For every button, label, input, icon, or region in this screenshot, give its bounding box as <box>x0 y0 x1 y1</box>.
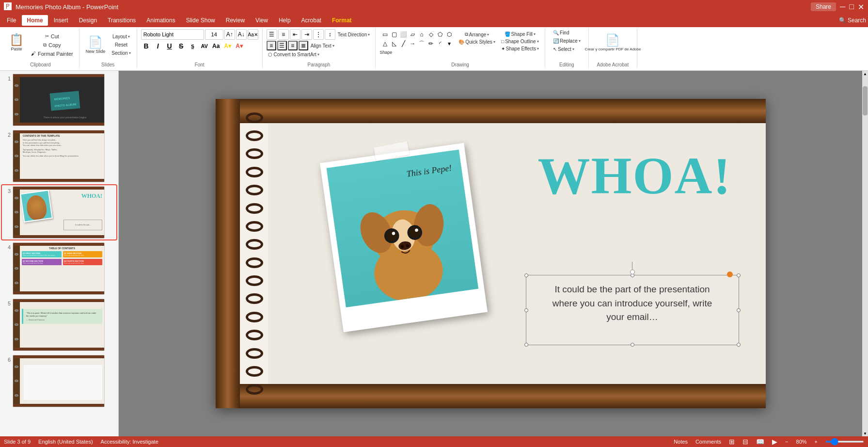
handle-mr[interactable] <box>737 308 741 312</box>
slide-sorter-button[interactable]: ⊟ <box>742 438 748 446</box>
shape-hexagon[interactable]: ⬡ <box>445 30 454 39</box>
bold-button[interactable]: B <box>141 41 152 51</box>
shape-rounded-rect[interactable]: ▢ <box>390 30 398 39</box>
shape-rtriangle[interactable]: ◺ <box>390 39 398 48</box>
font-color-button[interactable]: A▾ <box>234 41 245 51</box>
handle-tl[interactable] <box>524 273 528 277</box>
menu-home[interactable]: Home <box>22 15 47 26</box>
handle-tr[interactable] <box>737 273 741 277</box>
menu-design[interactable]: Design <box>74 15 102 26</box>
shape-freeform[interactable]: ✏ <box>426 39 435 48</box>
zoom-slider[interactable] <box>825 441 864 443</box>
reading-view-button[interactable]: 📖 <box>756 438 764 446</box>
polaroid-photo[interactable]: This is Pepe! <box>319 143 487 332</box>
shape-arrow[interactable]: → <box>408 39 417 48</box>
replace-button[interactable]: 🔄 Replace▾ <box>551 37 583 45</box>
shape-effects-button[interactable]: ✦ Shape Effects▾ <box>499 46 541 52</box>
clear-formatting-button[interactable]: Aa✕ <box>248 29 258 40</box>
increase-indent-button[interactable]: ⇥ <box>301 29 312 40</box>
shape-snip-rect[interactable]: ⬜ <box>399 30 408 39</box>
slide-thumb-4[interactable]: 4 TABLE OF CONTENTS 01 FIRST SECTION The… <box>2 241 116 296</box>
font-size-decrease-button[interactable]: A↓ <box>236 29 247 40</box>
maximize-button[interactable]: □ <box>849 2 854 11</box>
convert-smartart-button[interactable]: ⬡ Convert to SmartArt▾ <box>267 51 321 58</box>
handle-br[interactable] <box>737 343 741 347</box>
close-button[interactable]: ✕ <box>858 2 864 12</box>
new-slide-button[interactable]: 📄 New Slide <box>83 32 108 59</box>
font-size-input[interactable] <box>205 29 223 40</box>
shape-pentagon[interactable]: ⬠ <box>436 30 444 39</box>
align-center-button[interactable]: ☰ <box>277 41 287 50</box>
text-shadow-button[interactable]: S̲ <box>188 41 198 51</box>
shape-triangle[interactable]: △ <box>380 39 389 48</box>
underline-button[interactable]: U <box>164 41 175 51</box>
font-size-increase-button[interactable]: A↑ <box>224 29 235 40</box>
scrollbar-thumb[interactable] <box>863 86 868 115</box>
shape-parallelogram[interactable]: ▱ <box>408 30 417 39</box>
paste-button[interactable]: 📋 Paste <box>6 29 27 56</box>
highlight-color-button[interactable]: A▾ <box>222 41 233 51</box>
italic-button[interactable]: I <box>153 41 163 51</box>
slide-thumb-3[interactable]: 3 WHOA! It coul <box>2 185 116 239</box>
menu-file[interactable]: File <box>2 15 21 26</box>
handle-bm[interactable] <box>631 343 634 347</box>
shape-arc[interactable]: ◜ <box>436 39 444 48</box>
slide-thumb-2[interactable]: 2 CONTENTS OF THIS TEMPLATE Here you wil… <box>2 129 116 183</box>
format-painter-button[interactable]: 🖌 Format Painter <box>29 50 75 58</box>
menu-view[interactable]: View <box>251 15 273 26</box>
find-button[interactable]: 🔍 Find <box>551 29 571 36</box>
slide-thumb-1[interactable]: 1 MEMORIES PHOTO ALBUM There is where yo… <box>2 73 116 127</box>
shape-trapezoid[interactable]: ⌂ <box>417 30 426 39</box>
zoom-in-button[interactable]: + <box>815 439 818 445</box>
scroll-up-button[interactable]: ▲ <box>862 71 868 77</box>
line-spacing-button[interactable]: ↕ <box>325 29 335 40</box>
zoom-out-button[interactable]: − <box>785 439 788 445</box>
shape-curve[interactable]: ⌒ <box>417 39 426 48</box>
handle-bl[interactable] <box>524 343 528 347</box>
adobe-create-button[interactable]: 📄 Crear y compartir PDF de Adobe <box>593 29 632 56</box>
menu-help[interactable]: Help <box>274 15 296 26</box>
shape-outline-button[interactable]: □ Shape Outline▾ <box>499 38 541 45</box>
shape-diamond[interactable]: ◇ <box>426 30 435 39</box>
arrange-button[interactable]: ⧉ Arrange▾ <box>457 31 497 38</box>
select-button[interactable]: ↖ Select▾ <box>551 46 576 53</box>
text-direction-button[interactable]: Text Direction▾ <box>336 32 372 38</box>
quick-styles-button[interactable]: 🎨 Quick Styles▾ <box>457 39 497 45</box>
scroll-down-button[interactable]: ▼ <box>862 431 868 436</box>
layout-button[interactable]: Layout▾ <box>110 33 132 40</box>
slide-thumb-5[interactable]: 5 "This is a quote. Words full of wisdom… <box>2 298 116 352</box>
cut-button[interactable]: ✂ Cut <box>29 32 75 40</box>
menu-review[interactable]: Review <box>221 15 250 26</box>
columns-button[interactable]: ⋮ <box>313 29 324 40</box>
shape-rectangle[interactable]: ▭ <box>380 30 389 39</box>
menu-format[interactable]: Format <box>327 15 357 26</box>
reset-button[interactable]: Reset <box>110 41 132 48</box>
numbered-list-button[interactable]: ≡ <box>278 29 289 40</box>
comments-button[interactable]: Comments <box>695 439 721 445</box>
copy-button[interactable]: ⧉ Copy <box>29 41 75 49</box>
change-case-button[interactable]: Aa <box>211 41 221 51</box>
slide-thumb-6[interactable]: 6 <box>2 354 116 408</box>
decrease-indent-button[interactable]: ⇤ <box>290 29 300 40</box>
shape-more[interactable]: ▾ <box>445 39 454 48</box>
menu-insert[interactable]: Insert <box>49 15 73 26</box>
shape-fill-button[interactable]: 🪣 Shape Fill▾ <box>499 31 541 37</box>
bullet-list-button[interactable]: ☰ <box>267 29 277 40</box>
notes-button[interactable]: Notes <box>674 439 688 445</box>
align-right-button[interactable]: ≡ <box>288 41 298 50</box>
handle-ml[interactable] <box>524 308 528 312</box>
share-button[interactable]: Share <box>811 2 836 11</box>
align-text-button[interactable]: Align Text▾ <box>309 43 336 49</box>
shape-line[interactable]: ╱ <box>399 39 408 48</box>
canvas-area[interactable]: This is Pepe! <box>119 71 862 436</box>
align-left-button[interactable]: ≡ <box>267 41 276 50</box>
search-box[interactable]: 🔍 Search <box>839 17 866 24</box>
char-spacing-button[interactable]: AV <box>199 41 210 51</box>
slideshow-button[interactable]: ▶ <box>772 438 777 446</box>
menu-slideshow[interactable]: Slide Show <box>181 15 220 26</box>
vertical-scrollbar[interactable]: ▲ ▼ <box>862 71 868 436</box>
whoa-heading[interactable]: WHOA! <box>538 150 732 202</box>
justify-button[interactable]: ≣ <box>299 41 308 50</box>
menu-animations[interactable]: Animations <box>142 15 180 26</box>
section-button[interactable]: Section▾ <box>110 49 132 57</box>
